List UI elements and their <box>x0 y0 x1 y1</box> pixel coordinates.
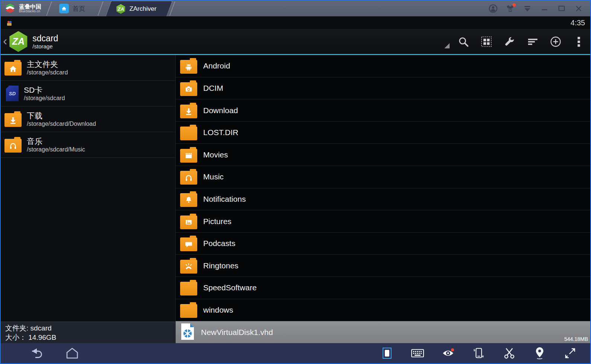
search-icon[interactable] <box>452 31 475 52</box>
file-name: Music <box>203 172 224 181</box>
folder-download-icon <box>180 103 197 118</box>
current-path-subtitle: /storage <box>32 43 58 50</box>
file-row-selected[interactable]: NewVirtualDisk1.vhd 544.18MB <box>176 321 590 343</box>
file-row[interactable]: Android <box>176 55 590 77</box>
bookmark-path: /storage/sdcard/Music <box>27 146 85 153</box>
file-name: Download <box>203 106 238 115</box>
store-badge <box>512 3 516 7</box>
minimize-button[interactable] <box>538 2 551 15</box>
file-name: SpeedSoftware <box>203 283 257 292</box>
file-name: LOST.DIR <box>203 128 239 137</box>
folder-music-icon <box>180 169 197 185</box>
folder-music-icon <box>4 137 22 153</box>
sort-icon[interactable] <box>521 31 544 52</box>
dropdown-icon[interactable] <box>521 2 534 15</box>
file-row[interactable]: LOST.DIR <box>176 122 590 144</box>
file-name: NewVirtualDisk1.vhd <box>201 328 273 337</box>
eye-icon[interactable] <box>438 345 459 361</box>
tab-home[interactable]: 首页 <box>52 1 98 16</box>
scissors-icon[interactable] <box>499 345 520 361</box>
keyboard-icon[interactable] <box>407 345 428 361</box>
bluestacks-window: 蓝叠中国 BlueStacks.cn 首页 ZA ZArchiver <box>0 0 591 364</box>
file-name: Podcasts <box>203 239 235 248</box>
file-row[interactable]: Download <box>176 99 590 122</box>
folder-bell-icon <box>180 191 197 207</box>
folder-home-icon <box>4 60 22 76</box>
notification-icon <box>6 20 13 26</box>
tab-zarchiver[interactable]: ZA ZArchiver <box>105 1 172 16</box>
folder-plain-icon <box>180 280 197 296</box>
bookmark-label: SD卡 <box>24 85 65 95</box>
sdcard-icon: SD <box>4 86 19 101</box>
file-name: Pictures <box>203 217 231 226</box>
file-name: Ringtones <box>203 261 239 270</box>
file-list: Android DCIM Download LOST.DIR Movies Mu… <box>176 55 590 343</box>
bookmark-path: /storage/sdcard <box>24 95 65 102</box>
tools-wrench-icon[interactable] <box>498 31 521 52</box>
account-icon[interactable] <box>487 2 499 15</box>
clock: 4:35 <box>571 19 585 27</box>
home-icon[interactable] <box>62 345 83 361</box>
current-folder-title: sdcard <box>32 33 58 43</box>
sidebar-bookmark-3[interactable]: 下载 /storage/sdcard/Download <box>1 106 175 132</box>
store-icon[interactable] <box>504 2 517 15</box>
bookmarks-list: 主文件夹 /storage/sdcard SD SD卡 /storage/sdc… <box>1 55 175 322</box>
folder-download-icon <box>4 111 22 127</box>
file-name: windows <box>203 306 233 314</box>
maximize-button[interactable] <box>555 2 568 15</box>
file-row[interactable]: DCIM <box>176 77 590 100</box>
tab-separator <box>98 1 103 16</box>
file-row[interactable]: Music <box>176 166 590 188</box>
zarchiver-tab-icon: ZA <box>116 4 126 14</box>
sidebar-bookmark-1[interactable]: 主文件夹 /storage/sdcard <box>1 55 175 81</box>
vhd-file-icon <box>180 323 195 342</box>
location-icon[interactable] <box>529 345 550 361</box>
status-size-line: 大小： 14.96GB <box>5 333 171 342</box>
file-row[interactable]: Podcasts <box>176 233 590 255</box>
sidebar-bookmark-4[interactable]: 音乐 /storage/sdcard/Music <box>1 132 175 158</box>
file-row[interactable]: SpeedSoftware <box>176 277 590 299</box>
zarchiver-app-icon[interactable]: ZA <box>9 31 28 52</box>
file-row[interactable]: windows <box>176 299 590 322</box>
file-row[interactable]: Notifications <box>176 188 590 211</box>
bookmark-path: /storage/sdcard/Download <box>27 120 96 127</box>
file-name: Notifications <box>203 195 246 204</box>
file-size-badge: 544.18MB <box>564 336 588 342</box>
folder-ringtone-icon <box>180 258 197 274</box>
folder-podcast-icon <box>180 236 197 251</box>
file-row[interactable]: Movies <box>176 144 590 166</box>
back-icon[interactable] <box>25 345 46 361</box>
back-chevron-icon[interactable]: ‹ <box>1 34 9 49</box>
tab-separator <box>170 1 175 16</box>
overflow-menu-icon[interactable] <box>567 31 590 52</box>
sidebar-bookmark-2[interactable]: SD SD卡 /storage/sdcard <box>1 81 175 106</box>
tab-separator <box>47 1 52 16</box>
file-row[interactable]: Pictures <box>176 210 590 233</box>
file-name: DCIM <box>203 84 223 93</box>
bookmark-path: /storage/sdcard <box>27 69 68 76</box>
folder-camera-icon <box>180 80 197 96</box>
folder-android-icon <box>180 58 197 74</box>
app-toolbar: ‹ ZA sdcard /storage <box>1 29 590 54</box>
file-row[interactable]: Ringtones <box>176 255 590 277</box>
file-name: Movies <box>203 150 228 159</box>
close-button[interactable] <box>572 2 585 15</box>
bluestacks-nav-bar <box>1 343 590 363</box>
shake-device-icon[interactable] <box>468 345 489 361</box>
add-archive-icon[interactable] <box>544 31 567 52</box>
brand-title: 蓝叠中国 <box>19 4 41 10</box>
status-panel: 文件夹: sdcard 大小： 14.96GB <box>1 322 175 343</box>
bookmarks-panel: 主文件夹 /storage/sdcard SD SD卡 /storage/sdc… <box>1 55 176 343</box>
multiselect-icon[interactable] <box>475 31 498 52</box>
bluestacks-brand[interactable]: 蓝叠中国 BlueStacks.cn <box>1 1 47 16</box>
file-name: Android <box>203 61 230 70</box>
screen-portrait-icon[interactable] <box>377 345 397 361</box>
tab-bar: 蓝叠中国 BlueStacks.cn 首页 ZA ZArchiver <box>1 1 590 16</box>
bluestacks-logo-icon <box>4 2 16 15</box>
android-status-bar: 4:35 <box>1 16 590 29</box>
path-title-block[interactable]: sdcard /storage <box>32 33 58 50</box>
home-tab-icon <box>59 4 69 13</box>
fullscreen-icon[interactable] <box>560 345 581 361</box>
bookmark-label: 主文件夹 <box>27 60 68 69</box>
brand-subtitle: BlueStacks.cn <box>19 10 41 13</box>
